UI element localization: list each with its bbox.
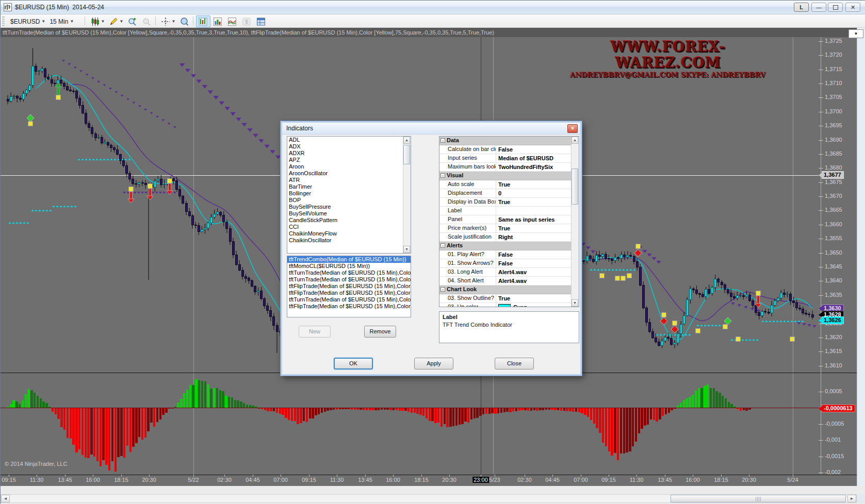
apply-button[interactable]: Apply xyxy=(414,358,453,369)
time-axis[interactable]: 09:1511:3013:4516:0018:1520:305/2202:300… xyxy=(1,475,857,486)
available-indicator-item[interactable]: ATR xyxy=(287,177,411,183)
configured-indicator-item[interactable]: tftTurnTrade(Median of $EURUSD (15 Min),… xyxy=(287,296,411,303)
ok-button[interactable]: OK xyxy=(334,358,373,369)
configured-indicator-item[interactable]: tftTrendCombo(Median of $EURUSD (15 Min)… xyxy=(287,256,411,263)
property-section-row[interactable]: -Data xyxy=(439,137,579,145)
link-icon[interactable]: L xyxy=(794,3,809,12)
instrument-selector[interactable]: $EURUSD▼ xyxy=(8,15,48,27)
property-row[interactable]: 04. Short AlertAlert4.wav xyxy=(439,277,579,285)
price-axis[interactable]: 1,37251,37201,37151,37101,37051,37001,36… xyxy=(819,37,857,486)
property-section-row[interactable]: -Chart Look xyxy=(439,285,579,294)
available-indicator-item[interactable]: ChaikinOscillator xyxy=(287,237,411,244)
property-row[interactable]: 03. Show Outline?True xyxy=(439,294,579,303)
properties-scrollbar[interactable]: ▲▼ xyxy=(571,137,579,307)
horizontal-scrollbar[interactable]: ◄ ► xyxy=(1,494,857,503)
property-row[interactable]: PanelSame as input series xyxy=(439,215,579,224)
collapse-icon[interactable]: - xyxy=(440,138,445,143)
toolbar-grip-icon[interactable] xyxy=(2,16,5,26)
available-indicator-item[interactable]: CandleStickPattern xyxy=(287,217,411,224)
property-row[interactable]: Price marker(s)True xyxy=(439,224,579,233)
chart-style-icon[interactable]: ▼ xyxy=(88,15,108,27)
property-value[interactable]: 0 xyxy=(496,189,579,197)
configured-indicator-item[interactable]: tftFlipTrade(Median of $EURUSD (15 Min),… xyxy=(287,290,411,296)
new-button[interactable]: New xyxy=(299,326,331,338)
property-row[interactable]: 03. Long AlertAlert4.wav xyxy=(439,268,579,277)
available-indicator-item[interactable]: ADL xyxy=(287,137,411,143)
property-row[interactable]: Label xyxy=(439,207,579,215)
available-indicator-item[interactable]: ADX xyxy=(287,143,411,150)
configured-indicator-item[interactable]: tftTurnTrade(Median of $EURUSD (15 Min),… xyxy=(287,270,411,276)
scrollbar-thumb[interactable] xyxy=(671,495,846,502)
dialog-close-icon[interactable]: ✕ xyxy=(567,124,578,133)
available-indicators-list[interactable]: ADLADXADXRAPZAroonAroonOscillatorATRBarT… xyxy=(287,136,411,254)
available-indicator-item[interactable]: BuySellPressure xyxy=(287,204,411,210)
strategies-icon[interactable]: $ xyxy=(239,15,254,27)
panel-dropdown-button[interactable]: ▼ xyxy=(848,29,863,38)
configured-indicator-item[interactable]: tftTurnTrade(Median of $EURUSD (15 Min),… xyxy=(287,276,411,283)
interval-selector[interactable]: 15 Min▼ xyxy=(47,15,76,27)
close-icon[interactable]: ✕ xyxy=(845,3,860,12)
available-indicator-item[interactable]: APZ xyxy=(287,157,411,163)
property-row[interactable]: Scale justificationRight xyxy=(439,233,579,242)
available-indicator-item[interactable]: BarTimer xyxy=(287,183,411,190)
list-scrollbar[interactable]: ▲▼ xyxy=(403,137,411,253)
restore-icon[interactable] xyxy=(828,3,843,12)
property-value[interactable]: False xyxy=(496,259,579,267)
property-row[interactable]: 03. Up colorCyan xyxy=(439,303,579,307)
properties-icon[interactable] xyxy=(254,15,268,27)
indicators-icon[interactable] xyxy=(225,15,239,27)
property-row[interactable]: 01. Play Alert?False xyxy=(439,250,579,259)
property-value[interactable]: Alert4.wav xyxy=(496,277,579,285)
property-value[interactable]: True xyxy=(496,198,579,206)
property-row[interactable]: Displacement0 xyxy=(439,189,579,198)
property-row[interactable]: Auto scaleTrue xyxy=(439,180,579,189)
property-value[interactable]: TwoHundredFiftySix xyxy=(496,163,579,171)
available-indicator-item[interactable]: BuySellVolume xyxy=(287,210,411,217)
collapse-icon[interactable]: - xyxy=(440,173,445,178)
zoom-out-icon[interactable] xyxy=(139,15,154,27)
property-row[interactable]: 01. Show Arrows?False xyxy=(439,259,579,268)
property-section-row[interactable]: -Alerts xyxy=(439,242,579,250)
properties-grid[interactable]: -DataCalculate on bar closFalseInput ser… xyxy=(439,136,579,307)
configured-indicators-list[interactable]: tftTrendCombo(Median of $EURUSD (15 Min)… xyxy=(287,256,411,317)
scroll-right-icon[interactable]: ► xyxy=(847,495,856,502)
property-value[interactable]: True xyxy=(496,180,579,189)
crosshair-icon[interactable]: ▼ xyxy=(158,15,178,27)
collapse-icon[interactable]: - xyxy=(440,243,445,248)
scroll-left-icon[interactable]: ◄ xyxy=(1,495,10,502)
property-value[interactable]: Cyan xyxy=(496,303,579,307)
property-value[interactable]: True xyxy=(496,224,579,232)
draw-tools-icon[interactable]: ▼ xyxy=(106,15,126,27)
property-value[interactable]: False xyxy=(496,250,579,259)
available-indicator-item[interactable]: AroonOscillator xyxy=(287,170,411,177)
title-bar[interactable]: $EURUSD (15 Min) 2014-05-24 L — ✕ xyxy=(1,1,865,14)
property-value[interactable]: False xyxy=(496,145,579,154)
data-series-icon[interactable] xyxy=(196,15,210,27)
property-value[interactable]: True xyxy=(496,294,579,303)
property-value[interactable]: Right xyxy=(496,233,579,241)
available-indicator-item[interactable]: Aroon xyxy=(287,163,411,170)
available-indicator-item[interactable]: CCI xyxy=(287,224,411,230)
scroll-down-icon[interactable]: ▼ xyxy=(403,246,410,253)
zoom-in-icon[interactable] xyxy=(125,15,139,27)
dialog-title-bar[interactable]: Indicators ✕ xyxy=(282,123,580,135)
configured-indicator-item[interactable]: tftMomoCL($EURUSD (15 Min)) xyxy=(287,263,411,270)
available-indicator-item[interactable]: BOP xyxy=(287,197,411,204)
collapse-icon[interactable]: - xyxy=(440,287,445,292)
property-section-row[interactable]: -Visual xyxy=(439,172,579,180)
property-row[interactable]: Display in Data BoxTrue xyxy=(439,198,579,207)
property-row[interactable]: Maximum bars look bTwoHundredFiftySix xyxy=(439,163,579,172)
chart-panel-icon[interactable] xyxy=(210,15,225,27)
configured-indicator-item[interactable]: tftFlipTrade(Median of $EURUSD (15 Min),… xyxy=(287,283,411,290)
property-value[interactable]: Same as input series xyxy=(496,215,579,224)
remove-button[interactable]: Remove xyxy=(364,326,396,338)
available-indicator-item[interactable]: ChaikinMoneyFlow xyxy=(287,230,411,237)
configured-indicator-item[interactable]: tftFlipTrade(Median of $EURUSD (15 Min),… xyxy=(287,303,411,310)
property-row[interactable]: Calculate on bar closFalse xyxy=(439,145,579,154)
property-value[interactable]: Median of $EURUSD xyxy=(496,154,579,162)
property-value[interactable] xyxy=(496,207,579,215)
scroll-up-icon[interactable]: ▲ xyxy=(403,137,410,144)
property-value[interactable]: Alert4.wav xyxy=(496,268,579,276)
minimize-icon[interactable]: — xyxy=(811,3,826,12)
available-indicator-item[interactable]: ADXR xyxy=(287,150,411,157)
